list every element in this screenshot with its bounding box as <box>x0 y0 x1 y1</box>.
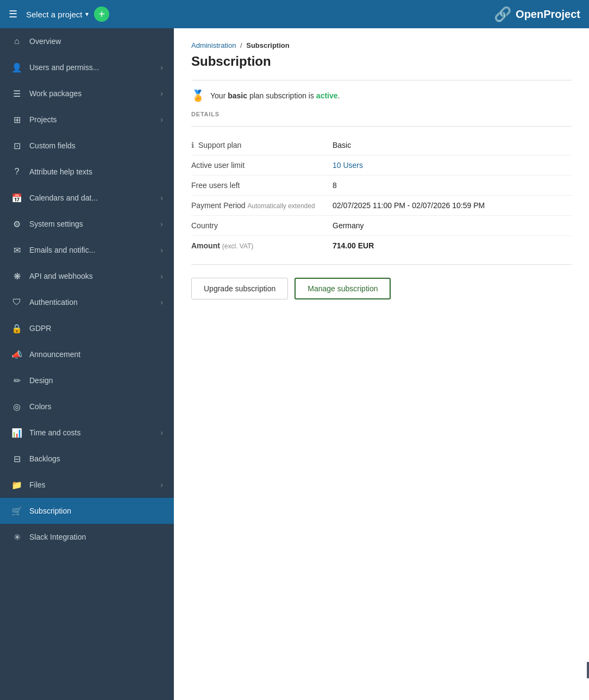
sidebar-item-projects[interactable]: ⊞ Projects › <box>0 107 174 133</box>
detail-val: Germany <box>333 221 364 230</box>
project-selector[interactable]: Select a project ▾ <box>26 10 89 19</box>
details-row: ℹ Support plan Basic <box>191 135 572 155</box>
status-active: active <box>316 91 338 100</box>
breadcrumb-separator: / <box>240 41 242 49</box>
sidebar-item-colors[interactable]: ◎ Colors <box>0 393 174 420</box>
chevron-right-icon: › <box>160 480 163 489</box>
sidebar-item-gdpr[interactable]: 🔒 GDPR <box>0 315 174 341</box>
chevron-right-icon: › <box>160 63 163 72</box>
logo-text: OpenProject <box>516 8 580 21</box>
sidebar-icon-projects: ⊞ <box>11 114 23 126</box>
sidebar-item-overview[interactable]: ⌂ Overview <box>0 28 174 54</box>
sidebar-label-design: Design <box>29 376 163 385</box>
sidebar-icon-overview: ⌂ <box>11 35 23 47</box>
sidebar-icon-files: 📁 <box>11 479 23 491</box>
details-row: Active user limit 10 Users <box>191 155 572 176</box>
details-table: ℹ Support plan Basic Active user limit 1… <box>191 135 572 255</box>
sidebar-item-files[interactable]: 📁 Files › <box>0 472 174 498</box>
sidebar-item-custom-fields[interactable]: ⊡ Custom fields <box>0 133 174 159</box>
detail-key-cell: ℹ Support plan <box>191 141 333 149</box>
topbar-logo: 🔗 OpenProject <box>494 6 580 23</box>
sidebar-icon-design: ✏ <box>11 374 23 386</box>
details-heading: DETAILS <box>191 111 572 117</box>
project-selector-label: Select a project <box>26 10 82 19</box>
topbar: ☰ Select a project ▾ + 🔗 OpenProject <box>0 0 589 28</box>
sidebar-item-calendars[interactable]: 📅 Calendars and dat... › <box>0 185 174 211</box>
detail-key-text: Amount (excl. VAT) <box>191 241 333 250</box>
sidebar-label-backlogs: Backlogs <box>29 454 163 463</box>
sidebar-label-users: Users and permiss... <box>29 63 160 72</box>
sidebar-icon-calendars: 📅 <box>11 192 23 204</box>
sidebar-item-time-costs[interactable]: 📊 Time and costs › <box>0 420 174 446</box>
breadcrumb-parent[interactable]: Administration <box>191 41 236 49</box>
sidebar-icon-time-costs: 📊 <box>11 427 23 439</box>
sidebar-item-system-settings[interactable]: ⚙ System settings › <box>0 211 174 237</box>
detail-key-block: Support plan <box>198 141 241 149</box>
sidebar-item-authentication[interactable]: 🛡 Authentication › <box>0 289 174 315</box>
page-title: Subscription <box>191 54 572 69</box>
add-project-button[interactable]: + <box>94 7 109 22</box>
chevron-right-icon: › <box>160 272 163 280</box>
chevron-right-icon: › <box>160 428 163 437</box>
sidebar-icon-backlogs: ⊟ <box>11 453 23 465</box>
status-prefix: Your <box>210 91 228 100</box>
details-row: Country Germany <box>191 216 572 236</box>
chevron-right-icon: › <box>160 298 163 307</box>
sidebar-icon-subscription: 🛒 <box>11 505 23 517</box>
detail-key-block: Active user limit <box>191 161 333 170</box>
sidebar-icon-colors: ◎ <box>11 401 23 412</box>
sidebar-label-subscription: Subscription <box>29 507 163 515</box>
detail-val: 714.00 EUR <box>333 241 374 250</box>
detail-key-text: Free users left <box>191 181 333 190</box>
sidebar-label-announcement: Announcement <box>29 350 163 359</box>
upgrade-subscription-button[interactable]: Upgrade subscription <box>191 278 288 299</box>
sidebar-item-backlogs[interactable]: ⊟ Backlogs <box>0 446 174 472</box>
sidebar-label-work-packages: Work packages <box>29 89 160 98</box>
detail-val: 8 <box>333 181 337 190</box>
sidebar-label-colors: Colors <box>29 402 163 411</box>
detail-key-text: Payment Period Automatically extended <box>191 201 333 210</box>
sidebar-label-system-settings: System settings <box>29 220 160 228</box>
detail-key-block: Country <box>191 221 333 230</box>
sidebar-item-slack[interactable]: ✳ Slack Integration <box>0 524 174 550</box>
sidebar-label-overview: Overview <box>29 37 163 46</box>
sidebar-icon-work-packages: ☰ <box>11 88 23 99</box>
detail-key-text: Country <box>191 221 333 230</box>
chevron-right-icon: › <box>160 246 163 254</box>
detail-info-icon: ℹ <box>191 141 194 149</box>
sidebar-item-emails[interactable]: ✉ Emails and notific... › <box>0 237 174 263</box>
status-suffix: . <box>338 91 340 100</box>
sidebar-label-api: API and webhooks <box>29 272 160 280</box>
sidebar-item-design[interactable]: ✏ Design <box>0 367 174 393</box>
sidebar-label-slack: Slack Integration <box>29 533 163 541</box>
sidebar-label-emails: Emails and notific... <box>29 246 160 254</box>
app-body: ⌂ Overview 👤 Users and permiss... › ☰ Wo… <box>0 28 589 700</box>
sidebar-icon-emails: ✉ <box>11 244 23 256</box>
breadcrumb-current: Subscription <box>246 41 289 49</box>
sidebar-icon-gdpr: 🔒 <box>11 322 23 334</box>
sidebar: ⌂ Overview 👤 Users and permiss... › ☰ Wo… <box>0 28 174 700</box>
sidebar-label-custom-fields: Custom fields <box>29 141 163 150</box>
detail-val: 02/07/2025 11:00 PM - 02/07/2026 10:59 P… <box>333 201 485 210</box>
sidebar-label-time-costs: Time and costs <box>29 428 160 437</box>
subscription-status-icon: 🏅 <box>191 89 205 102</box>
sidebar-item-api[interactable]: ❋ API and webhooks › <box>0 263 174 289</box>
sidebar-item-users[interactable]: 👤 Users and permiss... › <box>0 54 174 80</box>
sidebar-item-announcement[interactable]: 📣 Announcement <box>0 341 174 367</box>
button-row: Upgrade subscription Manage subscription <box>191 278 572 299</box>
details-row: Free users left 8 <box>191 176 572 196</box>
status-plan: basic <box>228 91 247 100</box>
sidebar-icon-slack: ✳ <box>11 531 23 543</box>
section-divider-top <box>191 80 572 80</box>
sidebar-icon-authentication: 🛡 <box>11 296 23 308</box>
detail-key-text: Support plan <box>198 141 241 149</box>
sidebar-item-attribute-help-texts[interactable]: ? Attribute help texts <box>0 159 174 185</box>
hamburger-icon[interactable]: ☰ <box>9 8 17 20</box>
sidebar-item-work-packages[interactable]: ☰ Work packages › <box>0 80 174 107</box>
manage-subscription-button[interactable]: Manage subscription <box>294 278 391 299</box>
detail-key-block: Amount (excl. VAT) <box>191 241 333 250</box>
sidebar-label-attribute-help-texts: Attribute help texts <box>29 167 163 176</box>
chevron-right-icon: › <box>160 220 163 228</box>
detail-val: 10 Users <box>333 161 363 170</box>
sidebar-item-subscription[interactable]: 🛒 Subscription <box>0 498 174 524</box>
